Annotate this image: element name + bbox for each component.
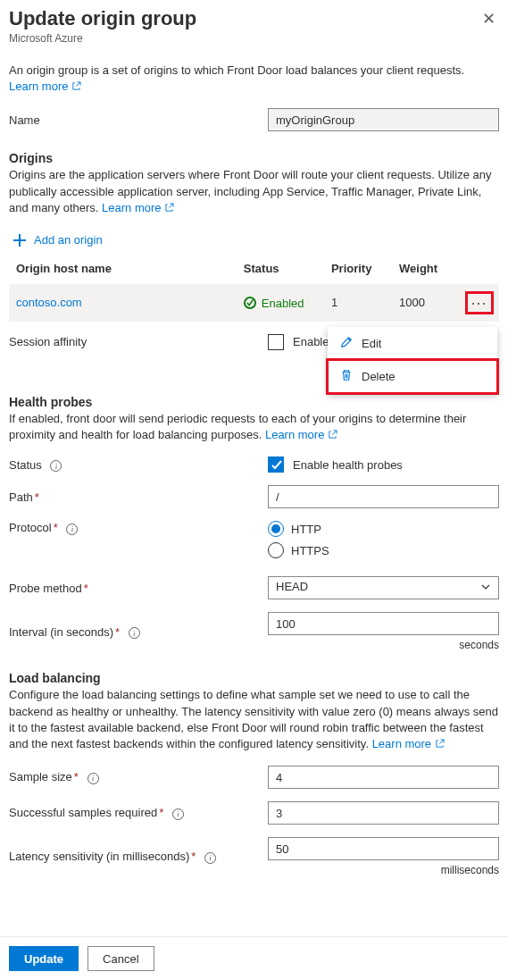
sample-size-input[interactable] bbox=[268, 766, 499, 789]
health-learn-more-link[interactable]: Learn more bbox=[265, 428, 337, 441]
external-link-icon bbox=[164, 201, 174, 217]
interval-label: Interval (in seconds) bbox=[9, 625, 113, 639]
enable-health-probes-label: Enable health probes bbox=[293, 458, 403, 472]
protocol-label: Protocol bbox=[9, 521, 52, 534]
sample-size-label: Sample size bbox=[9, 770, 72, 783]
menu-item-delete[interactable]: Delete bbox=[328, 360, 497, 393]
origins-desc: Origins are the application servers wher… bbox=[9, 168, 491, 214]
pencil-icon bbox=[340, 336, 353, 351]
page-subtitle: Microsoft Azure bbox=[9, 32, 196, 45]
context-menu: Edit Delete bbox=[328, 327, 497, 393]
external-link-icon bbox=[71, 80, 81, 96]
radio-icon bbox=[268, 542, 284, 558]
external-link-icon bbox=[435, 737, 445, 753]
plus-icon bbox=[12, 233, 27, 247]
info-icon[interactable]: i bbox=[87, 773, 99, 784]
info-icon[interactable]: i bbox=[204, 852, 216, 864]
col-weight: Weight bbox=[392, 256, 460, 284]
origins-learn-more-link[interactable]: Learn more bbox=[102, 201, 174, 214]
path-label: Path bbox=[9, 490, 33, 504]
name-label: Name bbox=[9, 113, 268, 127]
cell-weight: 1000 bbox=[392, 284, 460, 322]
add-origin-button[interactable]: Add an origin bbox=[12, 233, 103, 247]
cell-priority: 1 bbox=[324, 284, 392, 322]
col-host: Origin host name bbox=[9, 256, 237, 284]
interval-input[interactable] bbox=[268, 612, 499, 635]
origins-heading: Origins bbox=[9, 151, 499, 165]
successful-samples-input[interactable] bbox=[268, 801, 499, 825]
successful-samples-label: Successful samples required bbox=[9, 806, 157, 819]
enable-health-probes-checkbox[interactable] bbox=[268, 456, 284, 473]
info-icon[interactable]: i bbox=[129, 627, 140, 639]
latency-sensitivity-input[interactable] bbox=[268, 837, 499, 860]
menu-item-edit[interactable]: Edit bbox=[328, 327, 497, 360]
radio-icon bbox=[268, 521, 284, 537]
latency-sensitivity-label: Latency sensitivity (in milliseconds) bbox=[9, 850, 189, 863]
trash-icon bbox=[340, 369, 353, 384]
close-icon[interactable]: ✕ bbox=[479, 7, 499, 30]
interval-unit: seconds bbox=[268, 639, 499, 651]
path-input[interactable] bbox=[268, 485, 499, 508]
info-icon[interactable]: i bbox=[66, 524, 78, 535]
health-probes-heading: Health probes bbox=[9, 395, 499, 409]
table-row[interactable]: contoso.com Enabled 1 1000 ⋯ bbox=[9, 284, 499, 322]
session-affinity-label: Session affinity bbox=[9, 335, 268, 348]
intro-text: An origin group is a set of origins to w… bbox=[9, 63, 464, 77]
col-status: Status bbox=[237, 256, 324, 284]
protocol-https-radio[interactable]: HTTPS bbox=[268, 542, 499, 558]
col-priority: Priority bbox=[324, 256, 392, 284]
health-probes-desc: If enabled, front door will send periodi… bbox=[9, 412, 466, 441]
status-badge: Enabled bbox=[244, 297, 304, 310]
session-affinity-checkbox[interactable] bbox=[268, 334, 284, 350]
info-icon[interactable]: i bbox=[172, 808, 184, 820]
chevron-down-icon bbox=[480, 582, 491, 595]
external-link-icon bbox=[328, 428, 337, 444]
page-title: Update origin group bbox=[9, 7, 196, 30]
probe-status-label: Status bbox=[9, 458, 42, 472]
name-input bbox=[268, 108, 499, 131]
lb-learn-more-link[interactable]: Learn more bbox=[372, 737, 445, 750]
row-overflow-menu-icon[interactable]: ⋯ bbox=[467, 293, 492, 313]
check-circle-icon bbox=[244, 297, 256, 309]
load-balancing-heading: Load balancing bbox=[9, 671, 499, 685]
probe-method-select[interactable]: HEAD bbox=[268, 576, 499, 599]
latency-unit: milliseconds bbox=[268, 864, 499, 876]
learn-more-link[interactable]: Learn more bbox=[9, 80, 81, 93]
probe-method-label: Probe method bbox=[9, 582, 82, 595]
info-icon[interactable]: i bbox=[50, 460, 62, 472]
protocol-http-radio[interactable]: HTTP bbox=[268, 521, 499, 537]
origin-host-link[interactable]: contoso.com bbox=[16, 296, 82, 309]
